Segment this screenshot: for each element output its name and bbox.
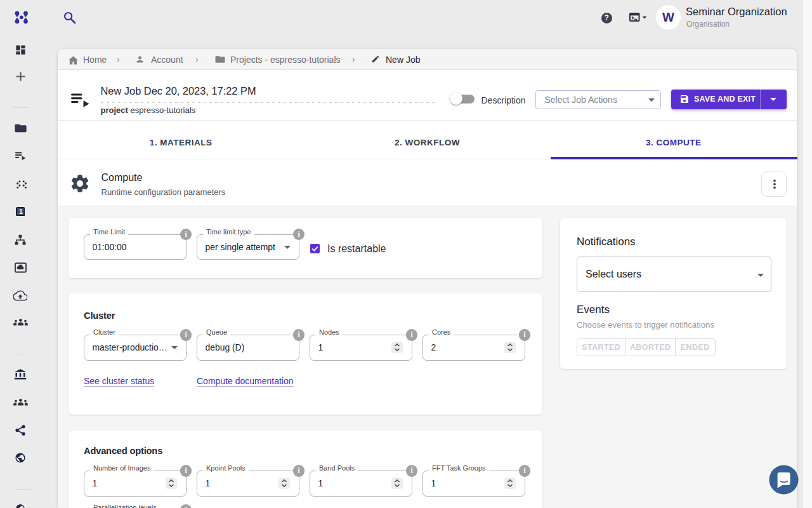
svg-text:1: 1	[18, 208, 22, 215]
